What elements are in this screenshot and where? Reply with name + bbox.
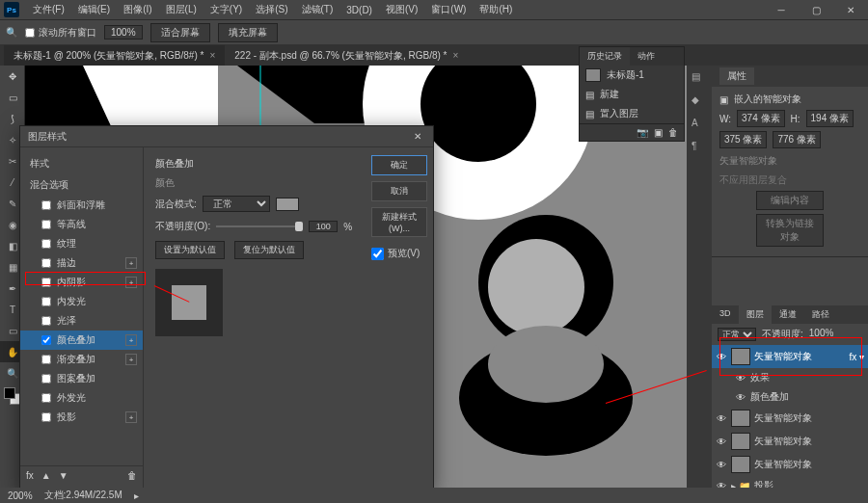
fx-drop-shadow[interactable]: 投影+ bbox=[20, 408, 143, 427]
dialog-close-icon[interactable]: ✕ bbox=[410, 131, 425, 142]
fx-outer-glow[interactable]: 外发光 bbox=[20, 388, 143, 408]
opacity-input[interactable] bbox=[309, 221, 338, 232]
width-value: 374 像素 bbox=[737, 110, 784, 127]
mid-title: 颜色叠加 bbox=[155, 157, 354, 171]
layer-fx-row[interactable]: 👁颜色叠加 bbox=[712, 387, 868, 407]
blend-mode-select[interactable]: 正常 bbox=[203, 196, 270, 212]
reset-default-button[interactable]: 复位为默认值 bbox=[234, 241, 304, 259]
fx-gradient-overlay[interactable]: 渐变叠加+ bbox=[20, 350, 143, 369]
camera-icon[interactable]: 📷 bbox=[637, 127, 648, 138]
marquee-tool-icon[interactable]: ▭ bbox=[0, 87, 25, 108]
right-panels: 属性 ▣嵌入的智能对象 W:374 像素H:194 像素 375 像素776 像… bbox=[712, 66, 868, 488]
add-fx-icon[interactable]: + bbox=[125, 334, 137, 346]
properties-tab[interactable]: 属性 bbox=[719, 67, 754, 85]
menubar: Ps 文件(F) 编辑(E) 图像(I) 图层(L) 文字(Y) 选择(S) 滤… bbox=[0, 0, 868, 19]
fx-bevel[interactable]: 斜面和浮雕 bbox=[20, 196, 143, 215]
layers-panel: 3D 图层 通道 路径 正常 不透明度:100% 👁矢量智能对象fx ▾ 👁效果… bbox=[712, 305, 868, 503]
panel-icon[interactable]: ▤ bbox=[692, 71, 707, 87]
down-icon[interactable]: ▼ bbox=[59, 470, 68, 481]
menu-help[interactable]: 帮助(H) bbox=[474, 1, 518, 18]
status-zoom[interactable]: 200% bbox=[8, 490, 33, 501]
style-preview bbox=[155, 269, 223, 336]
close-icon[interactable]: ✕ bbox=[837, 3, 864, 17]
collapsed-panel-icons: ▤ ◆ A ¶ bbox=[687, 66, 712, 488]
fx-inner-glow[interactable]: 内发光 bbox=[20, 292, 143, 311]
add-fx-icon[interactable]: + bbox=[125, 354, 137, 365]
history-step[interactable]: ▤置入图层 bbox=[580, 104, 684, 123]
fill-screen-button[interactable]: 填充屏幕 bbox=[218, 23, 278, 42]
annotation-box bbox=[719, 337, 862, 376]
menu-edit[interactable]: 编辑(E) bbox=[72, 1, 116, 18]
add-fx-icon[interactable]: + bbox=[125, 411, 137, 423]
trash-icon[interactable]: 🗑 bbox=[668, 127, 678, 138]
history-snapshot[interactable]: 未标题-1 bbox=[580, 66, 684, 85]
layer-row[interactable]: 👁矢量智能对象 bbox=[712, 407, 868, 430]
tab-layers[interactable]: 图层 bbox=[739, 305, 772, 324]
ok-button[interactable]: 确定 bbox=[371, 155, 427, 175]
fx-contour[interactable]: 等高线 bbox=[20, 215, 143, 234]
tab-channels[interactable]: 通道 bbox=[772, 305, 804, 324]
layer-row[interactable]: 👁矢量智能对象 bbox=[712, 453, 868, 476]
menu-type[interactable]: 文字(Y) bbox=[204, 1, 248, 18]
options-bar: 🔍 滚动所有窗口 100% 适合屏幕 填充屏幕 bbox=[0, 19, 868, 44]
convert-link-button[interactable]: 转换为链接对象 bbox=[756, 214, 824, 247]
menu-select[interactable]: 选择(S) bbox=[250, 1, 293, 18]
layer-row[interactable]: 👁矢量智能对象 bbox=[712, 430, 868, 453]
tab-doc-1[interactable]: 未标题-1 @ 200% (矢量智能对象, RGB/8#) *× bbox=[4, 45, 225, 66]
scroll-all-checkbox[interactable]: 滚动所有窗口 bbox=[25, 26, 96, 40]
new-snapshot-icon[interactable]: ▣ bbox=[654, 127, 663, 138]
smartobj-icon: ▣ bbox=[719, 94, 728, 105]
fx-color-overlay[interactable]: 颜色叠加+ bbox=[20, 331, 143, 350]
styles-header[interactable]: 样式 bbox=[20, 153, 143, 174]
zoom-tool-icon: 🔍 bbox=[6, 27, 17, 38]
cancel-button[interactable]: 取消 bbox=[371, 181, 427, 201]
preview-checkbox[interactable]: 预览(V) bbox=[371, 247, 427, 260]
fx-menu-icon[interactable]: fx bbox=[26, 470, 34, 481]
tab-actions[interactable]: 动作 bbox=[630, 47, 663, 66]
color-swatch[interactable] bbox=[276, 198, 299, 211]
edit-content-button[interactable]: 编辑内容 bbox=[756, 191, 824, 210]
mid-section: 颜色 bbox=[155, 176, 354, 190]
opacity-slider[interactable] bbox=[216, 225, 303, 227]
tab-doc-2[interactable]: 222 - 副本.psd @ 66.7% (矢量智能对象, RGB/8) *× bbox=[225, 45, 468, 66]
fx-satin[interactable]: 光泽 bbox=[20, 311, 143, 331]
props-section: 矢量智能对象 bbox=[719, 154, 860, 168]
set-default-button[interactable]: 设置为默认值 bbox=[155, 241, 225, 259]
new-style-button[interactable]: 新建样式(W)... bbox=[371, 207, 427, 237]
menu-filter[interactable]: 滤镜(T) bbox=[296, 1, 339, 18]
fx-texture[interactable]: 纹理 bbox=[20, 234, 143, 253]
annotation-box bbox=[25, 272, 146, 285]
fx-pattern-overlay[interactable]: 图案叠加 bbox=[20, 369, 143, 388]
move-tool-icon[interactable]: ✥ bbox=[0, 66, 25, 87]
tab-paths[interactable]: 路径 bbox=[804, 305, 837, 324]
menu-view[interactable]: 视图(V) bbox=[380, 1, 423, 18]
menu-file[interactable]: 文件(F) bbox=[27, 1, 70, 18]
zoom-value[interactable]: 100% bbox=[104, 25, 143, 40]
panel-icon[interactable]: ◆ bbox=[692, 94, 707, 110]
fit-screen-button[interactable]: 适合屏幕 bbox=[150, 23, 210, 42]
tab-history[interactable]: 历史记录 bbox=[580, 47, 630, 66]
status-bar: 200% 文档:2.94M/22.5M ▸ bbox=[0, 488, 868, 503]
history-panel[interactable]: 历史记录动作 未标题-1 ▤新建 ▤置入图层 📷▣🗑 bbox=[579, 46, 685, 142]
layer-style-dialog[interactable]: 图层样式✕ 样式 混合选项 斜面和浮雕 等高线 纹理 描边+ 内阴影+ 内发光 … bbox=[19, 125, 434, 491]
menu-image[interactable]: 图像(I) bbox=[118, 1, 157, 18]
tab-3d[interactable]: 3D bbox=[712, 305, 739, 324]
blend-options[interactable]: 混合选项 bbox=[20, 174, 143, 196]
app-logo: Ps bbox=[4, 2, 19, 17]
menu-window[interactable]: 窗口(W) bbox=[425, 1, 472, 18]
add-fx-icon[interactable]: + bbox=[125, 257, 137, 269]
close-tab-icon[interactable]: × bbox=[452, 50, 458, 61]
maximize-icon[interactable]: ▢ bbox=[802, 3, 829, 17]
menu-3d[interactable]: 3D(D) bbox=[340, 3, 378, 17]
fx-stroke[interactable]: 描边+ bbox=[20, 253, 143, 273]
panel-icon[interactable]: A bbox=[692, 118, 707, 133]
trash-icon[interactable]: 🗑 bbox=[127, 470, 137, 481]
menu-layer[interactable]: 图层(L) bbox=[160, 1, 203, 18]
history-step[interactable]: ▤新建 bbox=[580, 85, 684, 104]
close-tab-icon[interactable]: × bbox=[209, 50, 215, 61]
up-icon[interactable]: ▲ bbox=[41, 470, 51, 481]
minimize-icon[interactable]: ─ bbox=[768, 3, 795, 17]
document-tabs: 未标题-1 @ 200% (矢量智能对象, RGB/8#) *× 222 - 副… bbox=[0, 44, 868, 66]
panel-icon[interactable]: ¶ bbox=[692, 141, 707, 156]
height-value: 194 像素 bbox=[806, 110, 854, 127]
